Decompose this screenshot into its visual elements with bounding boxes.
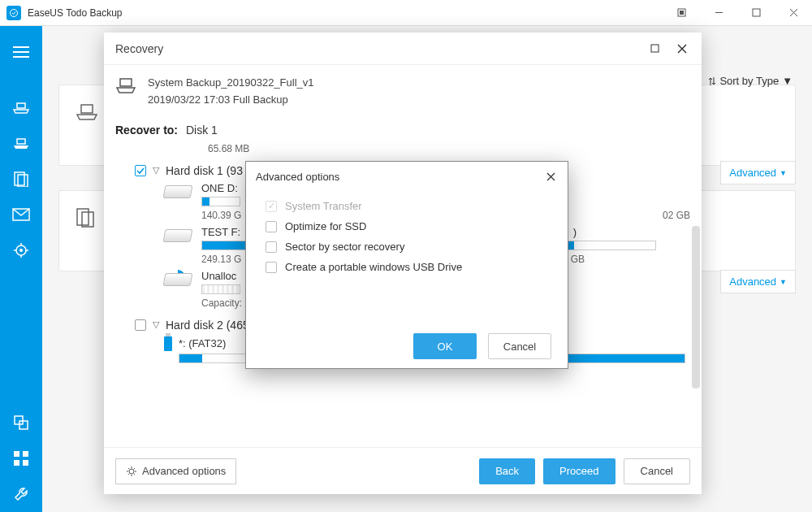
partition-name: TEST F:: [201, 226, 240, 238]
maximize-icon[interactable]: [646, 41, 663, 57]
modal-header: Advanced options: [246, 162, 568, 191]
disk-icon: [76, 102, 98, 121]
modal-title: Advanced options: [256, 171, 543, 183]
svg-rect-17: [19, 421, 28, 429]
advanced-button-1[interactable]: Advanced▼: [720, 161, 796, 184]
size-hint: 65.68 MB: [208, 143, 690, 154]
menu-icon[interactable]: [0, 34, 42, 70]
recover-to-row: Recover to: Disk 1: [104, 119, 702, 143]
smart-backup-icon[interactable]: [0, 232, 42, 268]
partition-right: 02 GB: [663, 210, 690, 221]
option-label: Sector by sector recovery: [285, 241, 404, 253]
titlebar: EaseUS Todo Backup: [0, 0, 812, 26]
svg-rect-10: [17, 139, 25, 144]
sidebar: [0, 26, 42, 512]
sort-icon: [708, 76, 716, 86]
chevron-down-icon[interactable]: ▽: [153, 165, 159, 176]
checkbox-icon[interactable]: [266, 221, 277, 232]
disk2-checkbox[interactable]: [135, 319, 146, 331]
app-logo: [6, 6, 21, 20]
modal-footer: OK Cancel: [246, 324, 568, 368]
backup-name: System Backup_20190322_Full_v1: [148, 75, 314, 92]
svg-rect-24: [651, 45, 659, 52]
maximize-button[interactable]: [737, 0, 775, 26]
file-icon: [76, 207, 97, 228]
partition-name: *: (FAT32): [179, 337, 226, 349]
clone-icon[interactable]: [0, 405, 42, 440]
file-backup-icon[interactable]: [0, 161, 42, 197]
close-icon[interactable]: [543, 169, 558, 184]
close-button[interactable]: [775, 0, 812, 26]
checkbox-icon[interactable]: [266, 241, 277, 253]
backup-time: 2019/03/22 17:03 Full Backup: [148, 92, 314, 109]
gear-icon: [126, 466, 137, 477]
sort-label: Sort by Type: [719, 75, 779, 87]
checkbox-icon: ✓: [266, 201, 277, 212]
disk1-checkbox[interactable]: [135, 165, 146, 176]
ok-button[interactable]: OK: [413, 333, 477, 359]
scrollbar[interactable]: [692, 226, 700, 388]
svg-rect-22: [77, 209, 89, 225]
mail-backup-icon[interactable]: [0, 197, 42, 232]
window-restore-alt-icon[interactable]: [663, 0, 700, 26]
recover-to-label: Recover to:: [115, 124, 178, 137]
svg-rect-18: [14, 451, 19, 457]
recovery-title: Recovery: [115, 42, 635, 55]
caret-down-icon: ▼: [780, 169, 787, 177]
partition-left: 140.39 G: [201, 210, 241, 221]
advanced-options-button[interactable]: Advanced options: [115, 458, 236, 484]
close-icon[interactable]: [674, 41, 690, 57]
recover-to-value: Disk 1: [186, 124, 218, 137]
option-sector-recovery[interactable]: Sector by sector recovery: [266, 236, 548, 257]
backup-disk-icon: [115, 76, 136, 94]
advanced-options-label: Advanced options: [142, 465, 226, 477]
option-label: Create a portable windows USB Drive: [285, 261, 462, 273]
cancel-button[interactable]: Cancel: [488, 333, 551, 359]
system-backup-icon[interactable]: [0, 89, 42, 125]
advanced-button-2[interactable]: Advanced▼: [720, 270, 796, 293]
checkbox-icon[interactable]: [266, 262, 277, 273]
svg-rect-21: [23, 460, 28, 466]
caret-down-icon: ▼: [782, 75, 793, 87]
disk1-label: Hard disk 1 (93: [166, 164, 243, 177]
caret-down-icon: ▼: [780, 278, 787, 286]
partition-suffix: ): [573, 226, 577, 238]
modal-body: ✓ System Transfer Optimize for SSD Secto…: [246, 191, 568, 324]
option-label: Optimize for SSD: [285, 220, 366, 232]
partition-left: 249.13 G: [201, 254, 241, 265]
advanced-options-modal: Advanced options ✓ System Transfer Optim…: [245, 161, 568, 369]
option-label: System Transfer: [285, 200, 362, 212]
option-portable-usb[interactable]: Create a portable windows USB Drive: [266, 257, 548, 277]
sort-by-type-button[interactable]: Sort by Type ▼: [705, 70, 796, 92]
svg-rect-2: [680, 11, 684, 15]
svg-rect-16: [15, 416, 23, 424]
app-title: EaseUS Todo Backup: [28, 7, 663, 19]
proceed-button[interactable]: Proceed: [543, 458, 615, 484]
chevron-down-icon[interactable]: ▽: [153, 319, 159, 330]
usb-icon: [164, 336, 172, 351]
disk-backup-icon[interactable]: [0, 125, 42, 161]
option-optimize-ssd[interactable]: Optimize for SSD: [266, 216, 548, 236]
drive-icon: [164, 185, 193, 205]
svg-point-27: [129, 469, 134, 474]
tools-icon[interactable]: [0, 476, 42, 512]
capacity-label: Capacity:: [201, 297, 242, 309]
cancel-button[interactable]: Cancel: [624, 458, 690, 484]
option-system-transfer: ✓ System Transfer: [266, 196, 548, 216]
recovery-info: System Backup_20190322_Full_v1 2019/03/2…: [104, 65, 702, 119]
recovery-header: Recovery: [104, 33, 702, 65]
svg-rect-19: [23, 451, 28, 457]
svg-point-0: [11, 9, 18, 16]
minimize-button[interactable]: [700, 0, 737, 26]
svg-rect-4: [753, 9, 760, 16]
back-button[interactable]: Back: [479, 458, 535, 484]
usage-bar: [201, 197, 240, 206]
drive-icon: [164, 229, 193, 249]
apps-icon[interactable]: [0, 440, 42, 476]
svg-rect-20: [14, 460, 19, 466]
recovery-footer: Advanced options Back Proceed Cancel: [104, 447, 702, 494]
usage-bar: [201, 284, 240, 294]
svg-point-15: [19, 249, 23, 252]
drive-pie-icon: [164, 273, 193, 293]
